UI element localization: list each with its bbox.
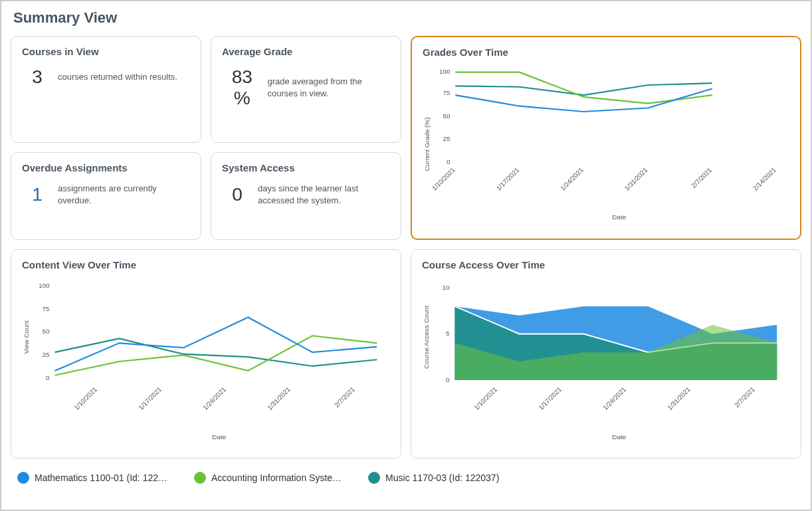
series-accounting [455,72,712,104]
svg-text:1/31/2021: 1/31/2021 [666,385,692,411]
card-course-access-over-time: Course Access Over Time Course Access Co… [411,249,801,459]
card-grades-over-time: Grades Over Time Current Grade (%) 0 25 … [411,36,801,240]
svg-text:2/14/2021: 2/14/2021 [752,166,777,192]
stat-desc: courses returned within results. [58,71,177,83]
y-ticks: 0 5 10 [443,284,450,383]
x-axis-label: Date [212,433,226,441]
card-average-grade: Average Grade 83 % grade averaged from t… [211,36,401,143]
svg-text:0: 0 [46,374,50,381]
stat-value-overdue: 1 [26,184,49,205]
card-title: Courses in View [22,46,190,57]
svg-text:50: 50 [43,328,50,335]
svg-text:100: 100 [439,68,451,75]
svg-text:75: 75 [43,305,50,312]
card-title: System Access [222,162,390,173]
stat-desc: days since the learner last accessed the… [258,183,387,206]
card-title: Content View Over Time [22,259,390,270]
legend-item-math[interactable]: Mathematics 1100-01 (Id: 122… [17,472,167,484]
series-music [54,338,377,366]
svg-text:1/17/2021: 1/17/2021 [537,385,563,411]
series-music [455,83,712,95]
card-system-access: System Access 0 days since the learner l… [211,152,401,240]
svg-text:1/10/2021: 1/10/2021 [431,166,457,192]
y-ticks: 0 25 50 75 100 [439,68,451,165]
swatch-icon [368,472,380,484]
stat-value-courses: 3 [26,66,49,88]
chart-course-access: Course Access Count 0 5 10 1/10/2021 1/1… [422,277,790,450]
y-ticks: 0 25 50 75 100 [39,282,50,381]
page-title: Summary View [13,9,801,27]
y-axis-label: Current Grade (%) [423,118,431,171]
card-title: Grades Over Time [423,47,789,58]
x-axis-label: Date [612,433,626,441]
svg-text:2/7/2021: 2/7/2021 [733,385,756,409]
svg-text:75: 75 [443,89,450,96]
card-title: Course Access Over Time [422,259,790,270]
svg-text:1/17/2021: 1/17/2021 [137,385,163,411]
svg-text:1/24/2021: 1/24/2021 [601,385,627,411]
svg-text:2/7/2021: 2/7/2021 [690,166,713,189]
legend-label: Accounting Information Syste… [211,472,342,483]
card-courses-in-view: Courses in View 3 courses returned withi… [11,36,201,143]
chart-content-view: View Count 0 25 50 75 100 1/10/2021 1/17 [22,277,390,450]
legend-label: Music 1170-03 (Id: 122037) [385,472,499,483]
svg-text:1/24/2021: 1/24/2021 [559,166,585,192]
svg-text:1/31/2021: 1/31/2021 [266,385,292,411]
x-ticks: 1/10/2021 1/17/2021 1/24/2021 1/31/2021 … [431,166,777,192]
svg-text:25: 25 [443,135,450,142]
svg-text:100: 100 [39,282,50,289]
chart-grades: Current Grade (%) 0 25 50 75 100 [423,64,789,231]
legend-label: Mathematics 1100-01 (Id: 122… [35,472,167,483]
x-ticks: 1/10/2021 1/17/2021 1/24/2021 1/31/2021 … [472,385,756,411]
svg-text:2/7/2021: 2/7/2021 [333,385,356,409]
svg-text:1/31/2021: 1/31/2021 [623,166,649,192]
legend-item-music[interactable]: Music 1170-03 (Id: 122037) [368,472,499,484]
legend-item-accounting[interactable]: Accounting Information Syste… [194,472,342,484]
swatch-icon [194,472,206,484]
svg-text:1/17/2021: 1/17/2021 [495,166,521,192]
svg-text:1/10/2021: 1/10/2021 [472,385,498,411]
stat-desc: grade averaged from the courses in view. [267,76,387,99]
svg-text:0: 0 [447,158,451,165]
y-axis-label: View Count [23,320,30,354]
card-title: Average Grade [222,46,390,57]
legend: Mathematics 1100-01 (Id: 122… Accounting… [11,472,801,484]
swatch-icon [17,472,29,484]
x-axis-label: Date [612,213,626,221]
card-content-view-over-time: Content View Over Time View Count 0 25 5… [11,249,401,459]
svg-text:1/10/2021: 1/10/2021 [72,385,98,411]
svg-text:25: 25 [43,351,50,358]
series-math [455,88,712,112]
stat-value-avg-grade: 83 % [226,66,258,109]
stat-desc: assignments are currently overdue. [58,183,187,206]
stat-cards: Courses in View 3 courses returned withi… [11,36,401,240]
card-title: Overdue Assignments [22,162,190,173]
x-ticks: 1/10/2021 1/17/2021 1/24/2021 1/31/2021 … [72,385,356,411]
svg-text:5: 5 [446,330,450,337]
svg-text:50: 50 [443,112,450,120]
stat-value-access: 0 [226,184,249,205]
svg-text:10: 10 [443,284,450,291]
y-axis-label: Course Access Count [423,306,430,369]
svg-text:0: 0 [446,376,450,383]
svg-text:1/24/2021: 1/24/2021 [201,385,227,411]
card-overdue-assignments: Overdue Assignments 1 assignments are cu… [11,152,201,240]
